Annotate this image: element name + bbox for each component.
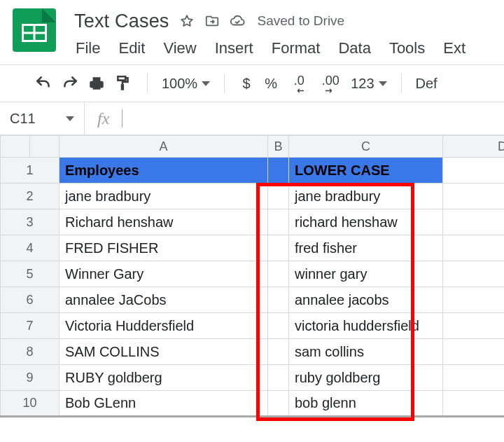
cell[interactable]: annalee JaCobs [59,287,268,313]
cell[interactable]: winner gary [289,261,443,287]
decrease-decimal-button[interactable]: .0 [288,74,310,93]
format-currency-button[interactable]: $ [239,76,254,92]
cell[interactable] [268,365,289,391]
row-header[interactable]: 9 [1,365,59,391]
row-header[interactable]: 5 [1,261,59,287]
menu-insert[interactable]: Insert [215,39,253,57]
cell[interactable] [443,391,505,417]
formula-bar-input[interactable] [122,102,504,134]
sheets-logo-icon [13,8,56,52]
cell[interactable]: Richard henshaw [59,209,268,235]
col-header-c[interactable]: C [289,136,443,158]
cell[interactable] [443,235,505,261]
cell[interactable] [443,339,505,365]
number-format-dropdown[interactable]: 123 [351,76,386,92]
cell[interactable]: Bob GLenn [59,391,268,417]
cell[interactable] [268,339,289,365]
name-box-value: C11 [10,111,36,127]
menu-edit[interactable]: Edit [118,39,145,57]
cell[interactable]: victoria huddersfield [289,313,443,339]
cell[interactable] [268,235,289,261]
cell[interactable] [443,209,505,235]
format-percent-button[interactable]: % [261,76,281,92]
cell[interactable] [443,158,505,184]
document-title[interactable]: Text Cases [74,11,169,32]
col-header-a[interactable]: A [59,136,268,158]
cell[interactable] [443,365,505,391]
print-icon[interactable] [87,74,106,93]
row-header[interactable]: 6 [1,287,59,313]
cell[interactable]: Winner Gary [59,261,268,287]
cell[interactable]: Employees [59,158,268,184]
cell[interactable]: SAM COLLINS [59,339,268,365]
row-header[interactable]: 1 [1,158,59,184]
cell[interactable] [268,313,289,339]
cell[interactable] [268,209,289,235]
cell[interactable]: fred fisher [289,235,443,261]
cell[interactable]: annalee jacobs [289,287,443,313]
menu-tools[interactable]: Tools [389,39,425,57]
menu-view[interactable]: View [163,39,196,57]
spreadsheet-grid[interactable]: A B C D 1 Employees LOWER CASE 2 jane br… [0,135,504,417]
cell[interactable]: sam collins [289,339,443,365]
cell[interactable] [268,261,289,287]
row-header[interactable]: 8 [1,339,59,365]
cell[interactable] [443,261,505,287]
zoom-value: 100% [162,76,197,92]
menu-extensions[interactable]: Ext [443,39,465,57]
row-header[interactable]: 2 [1,184,59,209]
cell[interactable] [268,158,289,184]
row-header[interactable]: 4 [1,235,59,261]
cell[interactable] [443,313,505,339]
row-header[interactable]: 3 [1,209,59,235]
menu-data[interactable]: Data [338,39,370,57]
cell[interactable] [268,391,289,417]
cell[interactable]: ruby goldberg [289,365,443,391]
chevron-down-icon [379,81,387,86]
row-header[interactable]: 7 [1,313,59,339]
select-all-corner[interactable] [1,136,30,158]
menu-format[interactable]: Format [272,39,321,57]
row-header[interactable]: 10 [1,391,59,417]
cell[interactable]: FRED FISHER [59,235,268,261]
col-header-b[interactable]: B [268,136,289,158]
gutter [30,136,59,158]
increase-decimal-button[interactable]: .00 [317,74,344,93]
cell[interactable]: jane bradbury [289,184,443,209]
undo-icon[interactable] [34,74,53,93]
redo-icon[interactable] [60,74,80,93]
cloud-saved-icon[interactable] [230,13,245,29]
svg-rect-0 [121,84,124,90]
cell[interactable]: Victoria Huddersfield [59,313,268,339]
cell[interactable] [443,184,505,209]
cell[interactable] [268,184,289,209]
cell[interactable]: jane bradbury [59,184,268,209]
menu-file[interactable]: File [76,39,100,57]
fx-icon: fx [85,109,122,128]
zoom-dropdown[interactable]: 100% [162,76,210,92]
cell[interactable] [443,287,505,313]
cell[interactable]: bob glenn [289,391,443,417]
col-header-d[interactable]: D [443,136,505,158]
star-icon[interactable] [179,13,195,29]
saved-status[interactable]: Saved to Drive [258,13,345,29]
name-box[interactable]: C11 [0,111,84,127]
cell[interactable]: richard henshaw [289,209,443,235]
chevron-down-icon [66,116,74,121]
chevron-down-icon [202,81,210,86]
cell[interactable] [268,287,289,313]
font-dropdown[interactable]: Def [416,76,438,92]
move-folder-icon[interactable] [204,13,220,29]
cell[interactable]: RUBY goldberg [59,365,268,391]
cell[interactable]: LOWER CASE [289,158,443,184]
paint-format-icon[interactable] [113,74,133,93]
toolbar: 100% $ % .0 .00 123 Def [0,65,504,102]
menu-bar: File Edit View Insert Format Data Tools … [74,34,504,64]
